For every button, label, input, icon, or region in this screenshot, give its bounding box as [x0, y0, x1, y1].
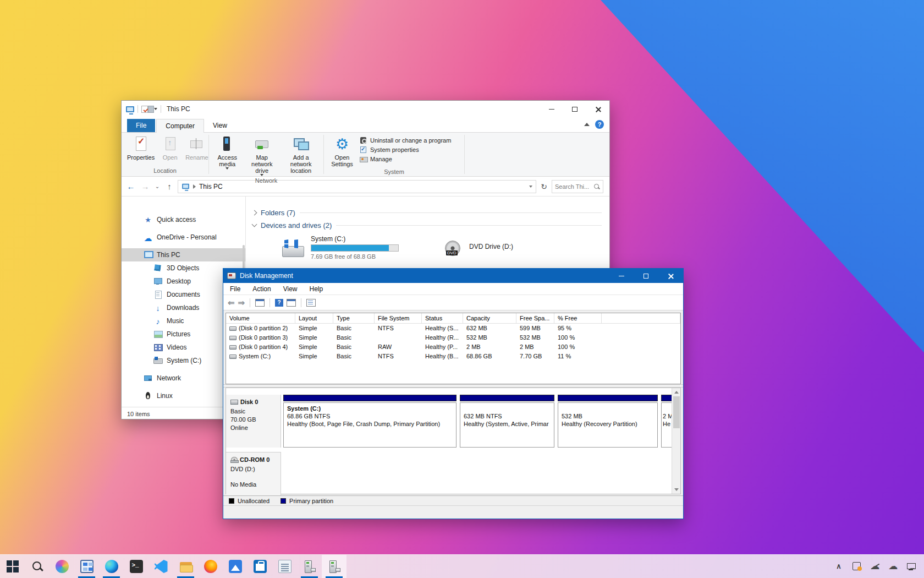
qat-properties-icon[interactable]	[141, 106, 148, 113]
cell-status: Healthy (R...	[422, 333, 463, 342]
column-header-type[interactable]: Type	[333, 313, 375, 324]
maximize-button[interactable]	[634, 269, 658, 283]
cell-type: Basic	[333, 342, 375, 352]
column-header-file-system[interactable]: File System	[375, 313, 422, 324]
forward-icon[interactable]: ⇒	[238, 298, 245, 307]
menu-file[interactable]: File	[230, 285, 240, 293]
cloud-tray-icon[interactable]: ☁	[888, 561, 898, 571]
table-row[interactable]: (Disk 0 partition 4) Simple Basic RAW He…	[226, 342, 680, 352]
menu-action[interactable]: Action	[252, 285, 271, 293]
properties-button[interactable]: Properties	[125, 135, 157, 162]
show-console-tree-icon[interactable]	[255, 299, 265, 307]
pictures-icon	[153, 330, 162, 338]
ribbon-tabs: File Computer View ?	[122, 117, 609, 133]
help-icon[interactable]: ?	[275, 299, 283, 307]
tab-computer[interactable]: Computer	[156, 119, 204, 133]
recent-locations-chevron[interactable]: ⌄	[153, 183, 161, 189]
rename-button[interactable]: Rename	[183, 135, 211, 162]
separator	[161, 105, 161, 113]
maximize-button[interactable]	[563, 101, 586, 117]
sidebar-item-quick-access[interactable]: ★ Quick access	[122, 213, 245, 226]
access-media-button[interactable]: Access media	[212, 135, 242, 171]
back-icon[interactable]: ⇐	[228, 298, 235, 307]
vertical-scrollbar[interactable]	[672, 388, 680, 494]
address-dropdown-chevron-icon[interactable]	[529, 186, 532, 188]
taskbar-store-button[interactable]	[248, 555, 272, 578]
column-header-percent-free[interactable]: % Free	[554, 313, 602, 324]
taskbar-search-button[interactable]	[25, 555, 50, 578]
properties-icon[interactable]	[306, 299, 316, 307]
taskbar-terminal-button[interactable]	[124, 555, 148, 578]
search-input[interactable]: Search Thi...	[552, 180, 603, 193]
partition-system-c[interactable]: System (C:) 68.86 GB NTFS Healthy (Boot,…	[283, 395, 457, 448]
cell-status: Healthy (S...	[422, 324, 463, 333]
collapse-ribbon-icon[interactable]	[584, 123, 590, 126]
uninstall-program-button[interactable]: Uninstall or change a program	[359, 137, 451, 144]
column-header-volume[interactable]: Volume	[226, 313, 295, 324]
tab-view[interactable]: View	[204, 119, 236, 132]
partition-recovery[interactable]: 532 MB Healthy (Recovery Partition)	[558, 395, 658, 448]
show-action-pane-icon[interactable]	[287, 299, 296, 307]
minimize-button[interactable]	[609, 269, 634, 283]
taskbar-dashboard-app-button[interactable]	[74, 555, 99, 578]
taskbar-copilot-button[interactable]	[50, 555, 74, 578]
drive-tile-system-c[interactable]: System (C:) 7.69 GB free of 68.8 GB	[281, 235, 430, 260]
devices-group-header[interactable]: Devices and drives (2)	[246, 221, 609, 230]
taskbar-vscode-button[interactable]	[148, 555, 173, 578]
system-properties-button[interactable]: System properties	[359, 146, 451, 154]
drive-tile-dvd[interactable]: DVD Drive (D:)	[442, 238, 513, 259]
qat-new-folder-icon[interactable]	[148, 106, 154, 113]
cdrom-label[interactable]: CD-ROM 0 DVD (D:) No Media	[226, 452, 281, 496]
refresh-button[interactable]: ↻	[538, 182, 549, 191]
menu-view[interactable]: View	[283, 285, 298, 293]
open-button[interactable]: Open	[159, 135, 181, 162]
up-button[interactable]: ↑	[163, 182, 175, 191]
back-button[interactable]: ←	[125, 182, 137, 191]
sidebar-item-label: Documents	[167, 291, 200, 298]
onedrive-cloud-off-icon[interactable]: ☁	[870, 561, 880, 571]
minimize-button[interactable]	[540, 101, 563, 117]
sidebar-item-this-pc[interactable]: This PC	[122, 248, 245, 261]
tray-expand-chevron-icon[interactable]: ∧	[834, 561, 844, 571]
close-button[interactable]	[586, 101, 609, 117]
open-settings-button[interactable]: ⚙ Open Settings	[327, 135, 357, 168]
map-network-drive-button[interactable]: Map network drive	[244, 135, 279, 177]
disk0-label[interactable]: Disk 0 Basic 70.00 GB Online	[226, 395, 281, 448]
taskbar-computer-management-button[interactable]	[297, 555, 322, 578]
sync-app-tray-icon[interactable]	[852, 561, 862, 571]
table-row[interactable]: System (C:) Simple Basic NTFS Healthy (B…	[226, 352, 680, 361]
taskbar-photos-button[interactable]	[223, 555, 248, 578]
scroll-down-icon[interactable]	[674, 488, 679, 491]
taskbar-disk-management-button[interactable]	[322, 555, 346, 578]
tab-file[interactable]: File	[127, 119, 155, 132]
folders-group-header[interactable]: Folders (7)	[246, 209, 609, 217]
volume-icon	[229, 345, 237, 350]
start-button[interactable]	[0, 555, 25, 578]
close-button[interactable]	[658, 269, 683, 283]
column-header-status[interactable]: Status	[422, 313, 463, 324]
taskbar-firefox-button[interactable]	[198, 555, 223, 578]
window-title: This PC	[167, 105, 190, 113]
taskbar-edge-button[interactable]	[99, 555, 124, 578]
partition-small[interactable]: 2 M He	[661, 395, 673, 448]
table-row[interactable]: (Disk 0 partition 2) Simple Basic NTFS H…	[226, 324, 680, 333]
taskbar-file-explorer-button[interactable]	[173, 555, 198, 578]
volume-icon	[229, 326, 237, 331]
qat-customize-chevron-icon[interactable]	[154, 108, 157, 110]
table-row[interactable]: (Disk 0 partition 3) Simple Basic Health…	[226, 333, 680, 342]
forward-button[interactable]: →	[139, 182, 151, 191]
partition-efi[interactable]: 632 MB NTFS Healthy (System, Active, Pri…	[460, 395, 554, 448]
manage-button[interactable]: Manage	[359, 155, 451, 163]
column-header-layout[interactable]: Layout	[295, 313, 333, 324]
network-tray-icon[interactable]	[906, 561, 916, 571]
column-header-free-space[interactable]: Free Spa...	[516, 313, 554, 324]
add-network-location-button[interactable]: Add a network location	[282, 135, 320, 175]
scrollbar-thumb[interactable]	[673, 396, 680, 428]
sidebar-item-onedrive[interactable]: ☁ OneDrive - Personal	[122, 231, 245, 244]
help-icon[interactable]: ?	[595, 120, 604, 129]
taskbar-notepad-button[interactable]	[272, 555, 297, 578]
disk0-partitions: System (C:) 68.86 GB NTFS Healthy (Boot,…	[282, 395, 673, 448]
scroll-up-icon[interactable]	[674, 391, 679, 394]
menu-help[interactable]: Help	[310, 285, 323, 293]
column-header-capacity[interactable]: Capacity	[463, 313, 516, 324]
